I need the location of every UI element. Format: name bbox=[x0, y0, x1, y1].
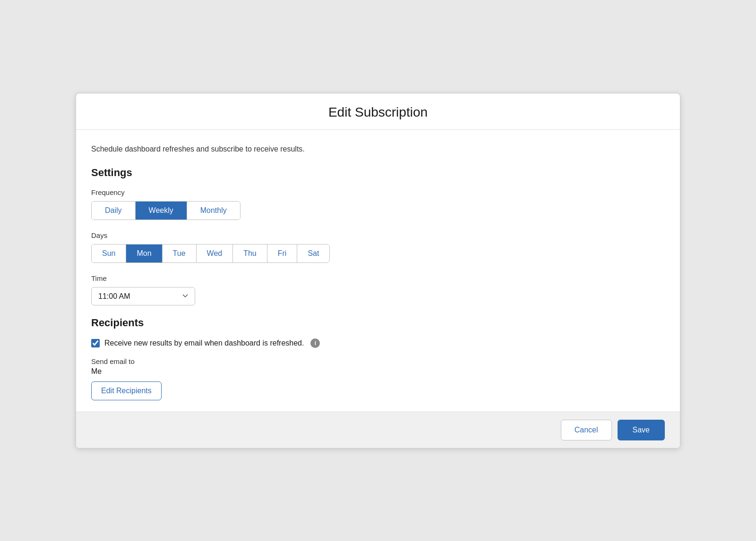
day-thu-button[interactable]: Thu bbox=[233, 245, 267, 262]
days-button-group: Sun Mon Tue Wed Thu Fri Sat bbox=[91, 244, 330, 263]
save-button[interactable]: Save bbox=[618, 420, 665, 440]
send-email-label: Send email to bbox=[91, 357, 665, 365]
modal-description: Schedule dashboard refreshes and subscri… bbox=[91, 145, 665, 153]
day-tue-button[interactable]: Tue bbox=[163, 245, 197, 262]
day-sun-button[interactable]: Sun bbox=[92, 245, 126, 262]
email-checkbox[interactable] bbox=[91, 339, 100, 347]
day-sat-button[interactable]: Sat bbox=[297, 245, 329, 262]
checkbox-row: Receive new results by email when dashbo… bbox=[91, 338, 665, 348]
frequency-weekly-button[interactable]: Weekly bbox=[136, 202, 187, 220]
days-field-group: Days Sun Mon Tue Wed Thu Fri Sat bbox=[91, 231, 665, 263]
frequency-button-group: Daily Weekly Monthly bbox=[91, 201, 241, 220]
time-select[interactable]: 12:00 AM 1:00 AM 2:00 AM 3:00 AM 4:00 AM… bbox=[91, 287, 195, 305]
settings-section-title: Settings bbox=[91, 167, 665, 179]
day-mon-button[interactable]: Mon bbox=[126, 245, 162, 262]
recipients-section-title: Recipients bbox=[91, 317, 665, 329]
modal-title: Edit Subscription bbox=[91, 105, 665, 120]
frequency-monthly-button[interactable]: Monthly bbox=[187, 202, 240, 220]
modal-body: Schedule dashboard refreshes and subscri… bbox=[76, 130, 680, 412]
cancel-button[interactable]: Cancel bbox=[561, 420, 612, 440]
modal-header: Edit Subscription bbox=[76, 93, 680, 130]
frequency-label: Frequency bbox=[91, 188, 665, 196]
days-label: Days bbox=[91, 231, 665, 239]
edit-subscription-modal: Edit Subscription Schedule dashboard ref… bbox=[76, 93, 680, 448]
recipients-section: Recipients Receive new results by email … bbox=[91, 317, 665, 400]
day-wed-button[interactable]: Wed bbox=[197, 245, 233, 262]
modal-footer: Cancel Save bbox=[76, 412, 680, 448]
frequency-daily-button[interactable]: Daily bbox=[92, 202, 136, 220]
time-label: Time bbox=[91, 274, 665, 282]
frequency-field-group: Frequency Daily Weekly Monthly bbox=[91, 188, 665, 220]
edit-recipients-button[interactable]: Edit Recipients bbox=[91, 381, 162, 400]
send-email-value: Me bbox=[91, 367, 665, 376]
info-icon: i bbox=[310, 338, 320, 348]
day-fri-button[interactable]: Fri bbox=[267, 245, 298, 262]
time-field-group: Time 12:00 AM 1:00 AM 2:00 AM 3:00 AM 4:… bbox=[91, 274, 665, 305]
checkbox-label: Receive new results by email when dashbo… bbox=[104, 339, 304, 347]
